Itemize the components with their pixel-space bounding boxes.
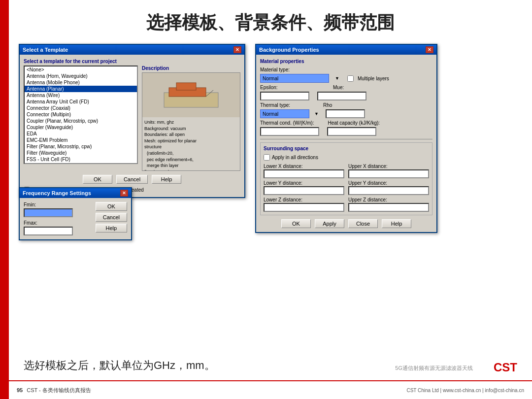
- fmin-label: Fmin:: [24, 202, 92, 207]
- frequency-range-dialog: Frequency Range Settings ✕ Fmin: 0.0 Fma…: [19, 187, 132, 240]
- list-item[interactable]: Antenna Array Unit Cell (FD): [25, 99, 137, 105]
- list-item[interactable]: Connector (Coaxial): [25, 105, 137, 111]
- thermal-type-row-label: Thermal type: Rho: [260, 102, 432, 108]
- template-ok-button[interactable]: OK: [83, 175, 112, 184]
- thermal-cond-row-label: Thermal cond. (W/(K/m): Heat capacity (k…: [260, 120, 432, 126]
- bg-apply-button[interactable]: Apply: [315, 219, 344, 228]
- list-item[interactable]: Antenna (Horn, Waveguide): [25, 73, 137, 79]
- mue-input[interactable]: 1.0: [317, 92, 366, 100]
- list-item[interactable]: EMC-EMI Problem: [25, 137, 137, 143]
- freq-dialog-title: Frequency Range Settings: [23, 190, 120, 196]
- lower-x-input[interactable]: 0.0: [264, 169, 344, 178]
- epsilon-label: Epsilon:: [260, 85, 299, 90]
- bottom-left: 95 CST - 各类传输线仿真报告: [17, 387, 91, 394]
- list-item[interactable]: Antenna (Wire): [25, 92, 137, 99]
- rho-input[interactable]: 0.0: [326, 109, 365, 118]
- description-box: Units: mm, ghzBackground: vacuumBoundari…: [142, 72, 240, 171]
- epsilon-input[interactable]: 1.0: [260, 92, 309, 100]
- description-label: Description: [142, 66, 240, 71]
- template-cancel-button[interactable]: Cancel: [116, 175, 148, 184]
- list-item[interactable]: Filter (Waveguide): [25, 150, 137, 156]
- freq-inputs: Fmin: 0.0 Fmax: 10: [24, 202, 92, 235]
- multiple-layers-checkbox[interactable]: [347, 75, 354, 82]
- upper-z-input[interactable]: 0.0: [348, 203, 429, 212]
- template-dialog-close[interactable]: ✕: [233, 46, 241, 53]
- left-accent-bar: [0, 0, 9, 399]
- bg-help-button[interactable]: Help: [382, 219, 411, 228]
- lower-y-label: Lower Y distance:: [264, 180, 344, 186]
- select-arrow-icon: ▼: [335, 76, 339, 81]
- surrounding-title: Surrounding space: [264, 146, 429, 151]
- freq-dialog-body: Fmin: 0.0 Fmax: 10 OK Cancel Help: [20, 198, 131, 239]
- upper-x-group: Upper X distance: 0.0: [348, 164, 429, 178]
- list-item[interactable]: Antenna (Mobile Phone): [25, 79, 137, 86]
- surrounding-fields: Lower X distance: 0.0 Upper X distance: …: [264, 164, 429, 212]
- list-item[interactable]: Filter (Planar, Microstrip, cpw): [25, 143, 137, 150]
- apply-all-checkbox[interactable]: [264, 154, 270, 161]
- material-type-label: Material type:: [260, 67, 299, 72]
- main-content: 选择模板、背景条件、频带范围 Select a Template ✕ Selec…: [9, 0, 532, 399]
- page-number: 95: [17, 387, 23, 393]
- heat-capacity-input[interactable]: 0.0: [327, 127, 376, 136]
- cst-logo: CST: [494, 361, 517, 374]
- list-item[interactable]: <None>: [25, 66, 137, 73]
- bg-dialog-buttons: OK Apply Close Help: [260, 219, 432, 228]
- freq-buttons: OK Cancel Help: [96, 202, 127, 233]
- list-item[interactable]: Coupler (Waveguide): [25, 124, 137, 131]
- subtitle-text: 选好模板之后，默认单位为GHz，mm。: [9, 351, 230, 377]
- background-properties-dialog: Background Properties ✕ Material propert…: [255, 44, 437, 233]
- bg-dialog-body: Material properties Material type: Norma…: [256, 55, 436, 232]
- lower-y-input[interactable]: 0.0: [264, 186, 344, 195]
- material-type-input-row: Normal ▼ Multiple layers: [260, 74, 432, 83]
- template-dialog-titlebar: Select a Template ✕: [20, 45, 244, 55]
- surrounding-section: Surrounding space Apply in all direction…: [260, 142, 432, 215]
- material-type-row: Material type:: [260, 67, 432, 72]
- fmax-input[interactable]: 10: [24, 227, 73, 235]
- upper-y-input[interactable]: 0.0: [348, 186, 429, 195]
- freq-ok-button[interactable]: OK: [96, 202, 127, 211]
- template-help-button[interactable]: Help: [152, 175, 181, 184]
- template-list-area: <None> Antenna (Horn, Waveguide) Antenna…: [24, 66, 138, 171]
- divider: [260, 139, 432, 139]
- lower-z-label: Lower Z distance:: [264, 197, 344, 202]
- thermal-type-field[interactable]: Normal: [260, 109, 309, 118]
- list-item[interactable]: FSS - Unit Cell (FD): [25, 156, 137, 163]
- fmin-input[interactable]: 0.0: [24, 208, 73, 217]
- bg-close-button[interactable]: Close: [348, 219, 378, 228]
- freq-cancel-button[interactable]: Cancel: [96, 213, 127, 222]
- thermal-cond-input[interactable]: 0.0: [260, 127, 319, 136]
- list-item[interactable]: Coupler (Planar, Microstrip, cpw): [25, 118, 137, 124]
- list-item[interactable]: Connector (Multipin): [25, 111, 137, 118]
- list-item[interactable]: IC Package: [25, 163, 137, 164]
- list-item[interactable]: EDA: [25, 131, 137, 137]
- material-type-field[interactable]: Normal: [260, 74, 329, 83]
- epsilon-mue-row: Epsilon: Mue:: [260, 85, 432, 90]
- upper-x-input[interactable]: 0.0: [348, 169, 429, 178]
- list-item-selected[interactable]: Antenna (Planar): [25, 86, 137, 92]
- template-dialog-body: Select a template for the current projec…: [20, 55, 244, 197]
- page-title: 选择模板、背景条件、频带范围: [9, 0, 532, 44]
- bg-ok-button[interactable]: OK: [281, 219, 311, 228]
- freq-help-button[interactable]: Help: [96, 224, 127, 233]
- template-section-label: Select a template for the current projec…: [24, 59, 240, 64]
- description-text: Units: mm, ghzBackground: vacuumBoundari…: [142, 117, 240, 171]
- thermal-type-input-row: Normal ▼ 0.0: [260, 109, 432, 118]
- thermal-cond-label: Thermal cond. (W/(K/m):: [260, 120, 314, 126]
- heat-capacity-label: Heat capacity (kJ/K/kg):: [328, 120, 380, 126]
- lower-z-group: Lower Z distance: 0.0: [264, 197, 344, 212]
- bg-dialog-close[interactable]: ✕: [426, 46, 433, 53]
- freq-dialog-close[interactable]: ✕: [120, 190, 128, 197]
- bg-dialog-titlebar: Background Properties ✕: [256, 45, 436, 55]
- upper-z-label: Upper Z distance:: [348, 197, 429, 202]
- template-list[interactable]: <None> Antenna (Horn, Waveguide) Antenna…: [24, 66, 138, 164]
- lower-x-label: Lower X distance:: [264, 164, 344, 169]
- lower-z-input[interactable]: 0.0: [264, 203, 344, 212]
- material-section-title: Material properties: [260, 59, 432, 64]
- watermark-text: 5G通信射频有源无源滤波器天线: [395, 365, 473, 372]
- antenna-preview-svg: [162, 78, 221, 112]
- multiple-layers-label: Multiple layers: [358, 76, 389, 81]
- template-dialog-title: Select a Template: [23, 47, 233, 53]
- select-template-dialog: Select a Template ✕ Select a template fo…: [19, 44, 245, 198]
- upper-x-label: Upper X distance:: [348, 164, 429, 169]
- watermark-label: 5G通信射频有源无源滤波器天线: [395, 365, 473, 371]
